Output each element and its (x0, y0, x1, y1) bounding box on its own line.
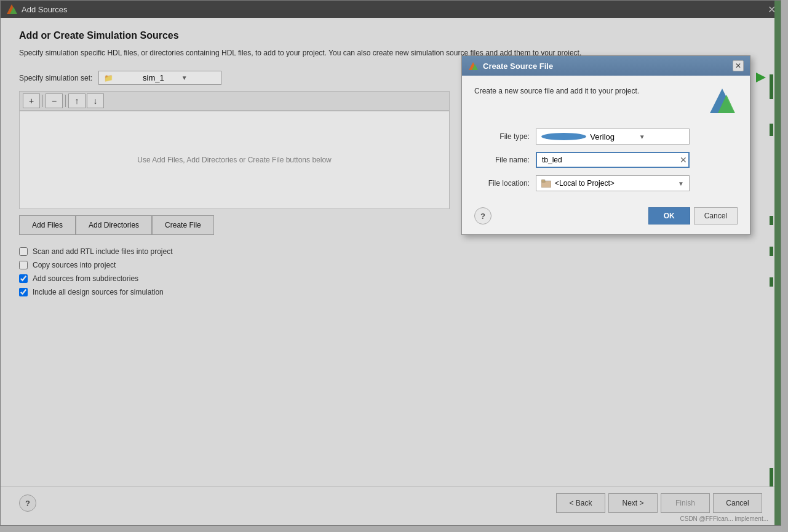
file-type-chevron-icon: ▼ (639, 133, 684, 140)
dialog-description: Create a new source file and add it to y… (474, 85, 639, 97)
file-type-dropdown[interactable]: Verilog ▼ (536, 129, 690, 145)
verilog-dot-icon (541, 133, 586, 140)
dialog-logo-icon (468, 61, 478, 71)
dialog-header-row: Create a new source file and add it to y… (474, 85, 738, 116)
file-name-clear-icon[interactable]: ✕ (680, 155, 687, 165)
file-name-input[interactable] (536, 152, 690, 168)
dialog-title: Create Source File (483, 62, 553, 71)
file-type-label: File type: (474, 132, 530, 141)
create-source-dialog: Create Source File ✕ Create a new source… (461, 55, 750, 235)
folder-icon (541, 179, 551, 188)
dialog-titlebar: Create Source File ✕ (462, 56, 750, 76)
file-name-row: File name: ✕ (474, 152, 738, 168)
dialog-footer: ? OK Cancel (474, 201, 738, 224)
file-location-row: File location: <Local to Project> ▼ (474, 175, 738, 191)
file-location-chevron-icon: ▼ (678, 180, 684, 187)
dialog-body: Create a new source file and add it to y… (462, 76, 750, 234)
file-location-label: File location: (474, 179, 530, 188)
dialog-logo (707, 85, 738, 116)
file-type-row: File type: Verilog ▼ (474, 129, 738, 145)
dialog-titlebar-left: Create Source File (468, 61, 553, 71)
dialog-help-button[interactable]: ? (474, 207, 492, 224)
svg-rect-9 (541, 180, 545, 182)
dialog-ok-button[interactable]: OK (648, 207, 690, 224)
file-location-dropdown[interactable]: <Local to Project> ▼ (536, 175, 690, 191)
dialog-close-button[interactable]: ✕ (733, 60, 744, 71)
file-location-value: <Local to Project> (555, 179, 674, 188)
file-name-label: File name: (474, 156, 530, 164)
file-type-value: Verilog (590, 132, 635, 141)
file-name-input-wrap: ✕ (536, 152, 690, 168)
dialog-cancel-button[interactable]: Cancel (694, 207, 738, 224)
dialog-buttons: OK Cancel (648, 207, 738, 224)
